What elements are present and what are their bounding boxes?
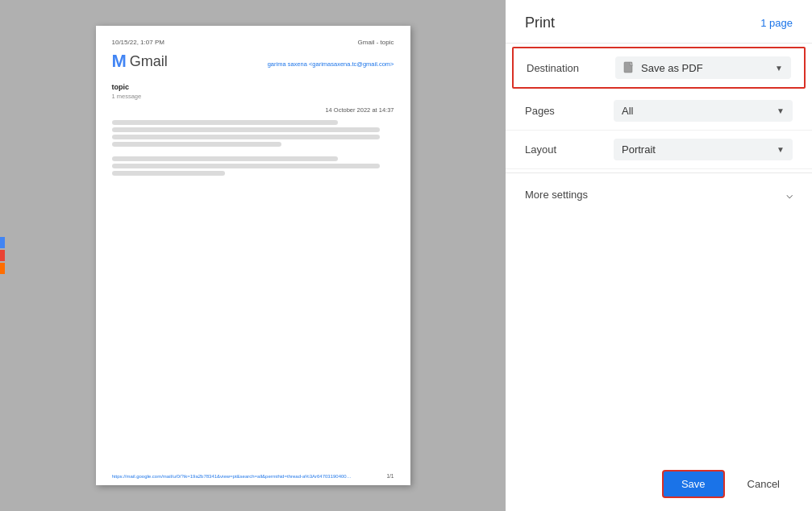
settings-divider xyxy=(506,172,812,173)
preview-area: 10/15/22, 1:07 PM Gmail - topic M Gmail … xyxy=(0,0,506,511)
destination-value: Save as PDF xyxy=(641,62,703,74)
blur-line-2 xyxy=(112,127,381,132)
destination-dropdown-arrow: ▼ xyxy=(775,64,783,73)
preview-subject: topic xyxy=(112,83,394,91)
preview-sender: garima saxena <garimasaxena.tc@gmail.com… xyxy=(168,60,394,68)
preview-url: https://mail.google.com/mail/u/0/?ik=19a… xyxy=(112,474,354,479)
gmail-logo: M Gmail xyxy=(112,51,168,72)
save-button[interactable]: Save xyxy=(662,470,725,498)
pages-row: Pages All ▼ xyxy=(506,92,812,131)
preview-datetime: 10/15/22, 1:07 PM xyxy=(112,39,164,46)
destination-dropdown[interactable]: Save as PDF ▼ xyxy=(615,56,791,79)
spacer xyxy=(506,251,812,458)
print-panel: Print 1 page Destination Save as PDF ▼ xyxy=(506,0,812,511)
more-settings-label: More settings xyxy=(525,189,588,201)
preview-header-top: 10/15/22, 1:07 PM Gmail - topic xyxy=(112,39,394,46)
print-panel-header: Print 1 page xyxy=(506,0,812,44)
indicator-orange xyxy=(0,263,5,274)
layout-dropdown[interactable]: Portrait ▼ xyxy=(614,139,793,160)
left-indicators xyxy=(0,237,5,274)
preview-logo-row: M Gmail garima saxena <garimasaxena.tc@g… xyxy=(112,51,394,77)
pdf-icon xyxy=(623,61,635,74)
preview-messages: 1 message xyxy=(112,93,394,100)
layout-dropdown-arrow: ▼ xyxy=(777,145,785,154)
chevron-down-icon: ⌵ xyxy=(786,188,793,201)
gmail-text: Gmail xyxy=(130,53,168,70)
preview-gmail-label: Gmail - topic xyxy=(358,39,394,46)
indicator-red xyxy=(0,250,5,261)
preview-page-num: 1/1 xyxy=(386,473,394,479)
blur-line-7 xyxy=(112,171,225,176)
cancel-button[interactable]: Cancel xyxy=(735,472,793,496)
blur-line-4 xyxy=(112,142,281,147)
layout-label: Layout xyxy=(525,143,614,156)
destination-label: Destination xyxy=(527,62,615,74)
indicator-blue xyxy=(0,237,5,248)
print-title: Print xyxy=(525,15,555,31)
destination-row: Destination Save as PDF ▼ xyxy=(512,47,806,89)
pages-control-inner: All xyxy=(622,105,633,117)
preview-date-row: 14 October 2022 at 14:37 xyxy=(112,106,394,117)
more-settings-row[interactable]: More settings ⌵ xyxy=(506,177,812,212)
preview-footer: https://mail.google.com/mail/u/0/?ik=19a… xyxy=(112,473,394,479)
blur-line-5 xyxy=(112,156,338,161)
pages-dropdown[interactable]: All ▼ xyxy=(614,100,793,122)
pages-label: Pages xyxy=(525,105,614,117)
print-pages-count: 1 page xyxy=(760,17,793,29)
print-panel-footer: Save Cancel xyxy=(506,457,812,511)
layout-value: Portrait xyxy=(622,143,656,156)
print-settings: Destination Save as PDF ▼ Pages xyxy=(506,44,812,251)
layout-control-inner: Portrait xyxy=(622,143,656,156)
page-preview: 10/15/22, 1:07 PM Gmail - topic M Gmail … xyxy=(96,26,410,485)
layout-row: Layout Portrait ▼ xyxy=(506,131,812,169)
destination-control-inner: Save as PDF xyxy=(623,61,703,74)
preview-content xyxy=(112,120,394,176)
blur-line-3 xyxy=(112,135,381,139)
preview-email-date: 14 October 2022 at 14:37 xyxy=(325,106,394,114)
blur-line-6 xyxy=(112,164,381,168)
gmail-m-icon: M xyxy=(112,51,127,72)
pages-dropdown-arrow: ▼ xyxy=(777,106,785,115)
blur-line-1 xyxy=(112,120,338,125)
pages-value: All xyxy=(622,105,633,117)
